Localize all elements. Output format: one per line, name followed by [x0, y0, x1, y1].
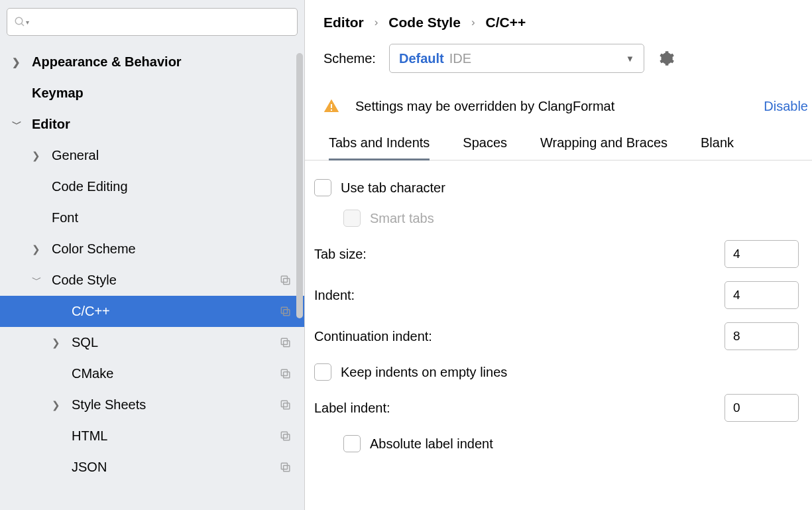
use-tab-row: Use tab character — [314, 172, 799, 203]
settings-sidebar: ▾ ❯Appearance & BehaviorKeymap﹀Editor❯Ge… — [0, 0, 305, 510]
tree-item-cmake[interactable]: CMake — [0, 358, 304, 389]
cont-indent-row: Continuation indent: 8 — [314, 316, 799, 357]
svg-rect-5 — [281, 307, 287, 313]
tree-item-style-sheets[interactable]: ❯Style Sheets — [0, 389, 304, 420]
tab-tabs-indents[interactable]: Tabs and Indents — [329, 135, 430, 160]
tree-item-label: CMake — [72, 366, 279, 381]
tree-item-font[interactable]: Font — [0, 202, 304, 233]
tree-item-general[interactable]: ❯General — [0, 140, 304, 171]
keep-indents-checkbox[interactable] — [314, 363, 331, 381]
indent-label: Indent: — [314, 288, 725, 303]
abs-label-indent-checkbox[interactable] — [343, 435, 361, 452]
svg-rect-11 — [281, 401, 287, 407]
tab-size-row: Tab size: 4 — [314, 233, 799, 275]
tree-item-label: C/C++ — [72, 304, 279, 319]
warning-text: Settings may be overridden by ClangForma… — [355, 99, 748, 114]
tab-size-input[interactable]: 4 — [725, 240, 799, 268]
tab-bar: Tabs and Indents Spaces Wrapping and Bra… — [305, 117, 812, 160]
svg-rect-12 — [284, 434, 290, 440]
chevron-right-icon: ❯ — [12, 56, 32, 68]
tree-item-label: Code Editing — [52, 179, 292, 194]
keep-indents-row: Keep indents on empty lines — [314, 357, 799, 387]
label-indent-label: Label indent: — [314, 401, 725, 416]
scheme-label: Scheme: — [323, 51, 376, 66]
svg-point-0 — [15, 17, 23, 25]
indent-row: Indent: 4 — [314, 275, 799, 316]
tree-item-color-scheme[interactable]: ❯Color Scheme — [0, 233, 304, 265]
scheme-badge: IDE — [449, 51, 471, 66]
chevron-right-icon: ❯ — [32, 150, 52, 162]
disable-link[interactable]: Disable — [764, 99, 808, 114]
tree-item-label: General — [52, 148, 292, 163]
svg-rect-9 — [281, 369, 287, 375]
use-tab-label: Use tab character — [341, 180, 445, 196]
tree-item-appearance-behavior[interactable]: ❯Appearance & Behavior — [0, 46, 304, 78]
settings-tree: ❯Appearance & BehaviorKeymap﹀Editor❯Gene… — [0, 42, 304, 510]
breadcrumb-editor[interactable]: Editor — [323, 15, 364, 31]
tree-item-editor[interactable]: ﹀Editor — [0, 109, 304, 140]
copy-icon[interactable] — [279, 430, 292, 443]
copy-icon[interactable] — [279, 336, 292, 350]
label-indent-input[interactable]: 0 — [725, 394, 799, 422]
tree-item-c-c-[interactable]: C/C++ — [0, 296, 304, 327]
warning-icon — [323, 98, 339, 114]
tree-item-code-style[interactable]: ﹀Code Style — [0, 265, 304, 296]
tabs-indents-form: Use tab character Smart tabs Tab size: 4… — [305, 160, 812, 459]
indent-input[interactable]: 4 — [725, 281, 799, 309]
svg-rect-8 — [284, 371, 290, 377]
scheme-row: Scheme: Default IDE ▼ — [305, 38, 812, 85]
use-tab-checkbox[interactable] — [314, 179, 331, 196]
search-dropdown-icon: ▾ — [26, 19, 29, 26]
chevron-down-icon: ▼ — [626, 54, 634, 64]
tree-item-code-editing[interactable]: Code Editing — [0, 171, 304, 202]
tree-item-label: Keymap — [32, 86, 292, 101]
tree-item-html[interactable]: HTML — [0, 420, 304, 452]
copy-icon[interactable] — [279, 274, 292, 287]
smart-tabs-checkbox — [343, 210, 361, 227]
svg-line-1 — [21, 23, 24, 26]
tree-item-label: Font — [52, 210, 292, 225]
tree-item-label: Code Style — [52, 273, 279, 288]
tree-item-json[interactable]: JSON — [0, 452, 304, 483]
search-icon — [14, 16, 26, 28]
cont-indent-label: Continuation indent: — [314, 329, 725, 344]
chevron-right-icon: ❯ — [52, 337, 72, 349]
chevron-right-icon: ❯ — [32, 243, 52, 255]
tree-item-label: Editor — [32, 117, 292, 132]
keep-indents-label: Keep indents on empty lines — [341, 365, 507, 380]
tab-spaces[interactable]: Spaces — [463, 135, 507, 160]
breadcrumb: Editor › Code Style › C/C++ — [305, 0, 812, 38]
warning-banner: Settings may be overridden by ClangForma… — [305, 85, 812, 117]
tree-item-label: Color Scheme — [52, 241, 292, 257]
chevron-down-icon: ﹀ — [12, 118, 32, 131]
chevron-right-icon: › — [471, 16, 475, 29]
copy-icon[interactable] — [279, 461, 292, 474]
search-container: ▾ — [0, 0, 304, 42]
copy-icon[interactable] — [279, 399, 292, 412]
gear-icon[interactable] — [658, 50, 675, 67]
abs-label-indent-row: Absolute label indent — [314, 428, 799, 459]
copy-icon[interactable] — [279, 305, 292, 318]
scrollbar[interactable] — [296, 53, 303, 318]
search-input[interactable]: ▾ — [7, 8, 298, 36]
breadcrumb-code-style[interactable]: Code Style — [388, 15, 461, 31]
tab-blank[interactable]: Blank — [701, 135, 734, 160]
svg-rect-10 — [284, 403, 290, 409]
tab-wrapping-braces[interactable]: Wrapping and Braces — [540, 135, 667, 160]
svg-rect-16 — [331, 104, 332, 108]
tree-item-keymap[interactable]: Keymap — [0, 78, 304, 109]
svg-rect-15 — [281, 463, 287, 469]
scheme-dropdown[interactable]: Default IDE ▼ — [389, 44, 644, 73]
tree-item-label: Style Sheets — [72, 397, 279, 413]
tree-item-sql[interactable]: ❯SQL — [0, 327, 304, 358]
cont-indent-input[interactable]: 8 — [725, 322, 799, 350]
tree-item-label: SQL — [72, 335, 279, 350]
abs-label-indent-label: Absolute label indent — [370, 436, 493, 452]
chevron-right-icon: ❯ — [52, 399, 72, 411]
tree-item-label: JSON — [72, 460, 279, 475]
main-panel: Editor › Code Style › C/C++ Scheme: Defa… — [305, 0, 812, 510]
smart-tabs-row: Smart tabs — [314, 203, 799, 233]
svg-rect-3 — [281, 276, 287, 282]
svg-rect-4 — [284, 309, 290, 315]
copy-icon[interactable] — [279, 367, 292, 381]
